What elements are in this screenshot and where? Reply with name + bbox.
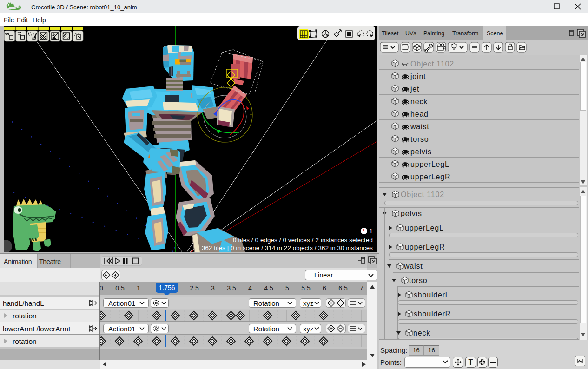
svg-text:0 tiles / 0 edges / 0 vertices: 0 tiles / 0 edges / 0 vertices / 2 insta…	[233, 237, 373, 244]
svg-text:1: 1	[369, 227, 373, 235]
svg-text:1.756: 1.756	[159, 284, 175, 291]
svg-text:362 tiles | 0 in scene / 314 i: 362 tiles | 0 in scene / 314 in 22 objec…	[202, 244, 373, 251]
